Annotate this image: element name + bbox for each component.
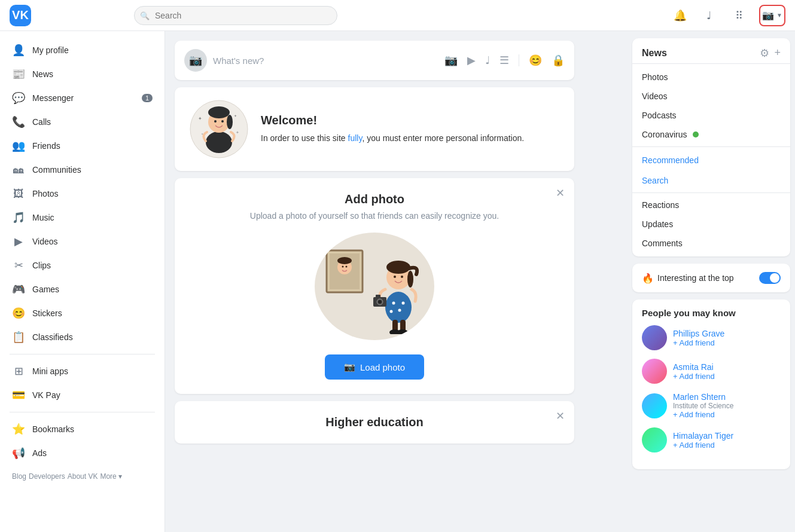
sidebar-item-vk-pay[interactable]: 💳 VK Pay — [0, 383, 165, 407]
sidebar-item-music[interactable]: 🎵 Music — [0, 206, 165, 230]
sidebar-item-bookmarks[interactable]: ⭐ Bookmarks — [0, 417, 165, 441]
bell-icon[interactable]: 🔔 — [671, 6, 690, 25]
news-item-photos[interactable]: Photos — [632, 68, 790, 87]
post-divider — [519, 54, 519, 66]
footer-blog-link[interactable]: Blog — [12, 472, 26, 481]
fire-icon: 🔥 — [642, 273, 654, 284]
sidebar-item-videos[interactable]: ▶ Videos — [0, 230, 165, 253]
higher-edu-close-button[interactable]: ✕ — [556, 409, 565, 423]
load-photo-camera-icon: 📷 — [344, 362, 355, 372]
person-name-1[interactable]: Phillips Grave — [673, 329, 781, 338]
news-item-recommended[interactable]: Recommended — [632, 149, 790, 170]
add-friend-4[interactable]: + Add friend — [673, 441, 781, 450]
music-icon[interactable]: ♩ — [699, 6, 718, 25]
sidebar-item-news[interactable]: 📰 News — [0, 62, 165, 86]
add-photo-close-button[interactable]: ✕ — [556, 186, 565, 200]
news-item-podcasts[interactable]: Podcasts — [632, 106, 790, 125]
person-name-4[interactable]: Himalayan Tiger — [673, 431, 781, 441]
person-item-2: Asmita Rai + Add friend — [642, 359, 781, 384]
news-item-updates[interactable]: Updates — [632, 215, 790, 234]
news-item-search[interactable]: Search — [632, 170, 790, 190]
post-music-icon[interactable]: ♩ — [485, 54, 490, 67]
post-emoji-icon[interactable]: 😊 — [529, 54, 542, 67]
camera-button[interactable]: 📷 ▼ — [759, 5, 785, 26]
footer-about-link[interactable]: About VK — [68, 472, 98, 481]
person-avatar-3 — [642, 393, 667, 418]
svg-point-25 — [390, 310, 393, 313]
svg-point-20 — [394, 276, 396, 278]
post-video-icon[interactable]: ▶ — [467, 54, 476, 67]
add-photo-card: ✕ Add photo Upload a photo of yourself s… — [175, 178, 574, 394]
stickers-icon: 😊 — [12, 307, 25, 320]
sidebar-item-mini-apps[interactable]: ⊞ Mini apps — [0, 359, 165, 383]
news-item-reactions[interactable]: Reactions — [632, 195, 790, 215]
svg-point-15 — [342, 266, 344, 268]
sidebar-item-messenger[interactable]: 💬 Messenger 1 — [0, 86, 165, 110]
svg-point-29 — [378, 300, 382, 304]
person-avatar-2 — [642, 359, 667, 384]
chevron-down-icon: ▼ — [776, 12, 782, 19]
search-container — [134, 6, 337, 25]
news-header-actions: ⚙ + — [760, 47, 781, 60]
svg-point-21 — [401, 276, 403, 278]
person-name-3[interactable]: Marlen Shtern — [673, 392, 781, 402]
welcome-card: ✦ ✦ ✦ ✦ Welcome! In order to use this si… — [175, 87, 574, 171]
person-name-2[interactable]: Asmita Rai — [673, 362, 781, 372]
messenger-badge: 1 — [142, 94, 153, 102]
post-placeholder[interactable]: What's new? — [213, 56, 438, 66]
sidebar-item-ads[interactable]: 📢 Ads — [0, 441, 165, 465]
news-icon: 📰 — [12, 68, 25, 81]
sidebar: 👤 My profile 📰 News 💬 Messenger 1 📞 Call… — [0, 31, 165, 532]
svg-point-6 — [221, 120, 224, 123]
clips-icon: ✂ — [12, 259, 25, 272]
sidebar-footer: Blog Developers About VK More ▾ — [0, 465, 165, 488]
svg-point-22 — [385, 292, 412, 323]
post-list-icon[interactable]: ☰ — [499, 54, 509, 67]
news-section-header: News ⚙ + — [632, 38, 790, 64]
header-icons: 🔔 ♩ ⠿ 📷 ▼ — [671, 5, 785, 26]
svg-point-3 — [208, 106, 230, 118]
sidebar-divider-2 — [10, 412, 155, 412]
search-input[interactable] — [134, 6, 337, 25]
svg-point-1 — [206, 132, 232, 153]
sidebar-item-my-profile[interactable]: 👤 My profile — [0, 38, 165, 62]
sidebar-item-clips[interactable]: ✂ Clips — [0, 253, 165, 277]
footer-developers-link[interactable]: Developers — [29, 472, 65, 481]
add-friend-2[interactable]: + Add friend — [673, 372, 781, 381]
post-lock-icon[interactable]: 🔒 — [552, 54, 565, 67]
post-photo-icon[interactable]: 📷 — [444, 54, 458, 67]
add-friend-1[interactable]: + Add friend — [673, 338, 781, 347]
bookmarks-icon: ⭐ — [12, 423, 25, 436]
person-info-1: Phillips Grave + Add friend — [673, 329, 781, 347]
sidebar-item-stickers[interactable]: 😊 Stickers — [0, 301, 165, 325]
higher-edu-title: Higher education — [189, 415, 560, 429]
add-friend-3[interactable]: + Add friend — [673, 410, 781, 419]
news-item-videos[interactable]: Videos — [632, 87, 790, 106]
sidebar-item-communities[interactable]: 🏘 Communities — [0, 158, 165, 182]
music-nav-icon: 🎵 — [12, 211, 25, 224]
svg-point-5 — [214, 120, 217, 123]
videos-icon: ▶ — [12, 235, 25, 248]
post-avatar: 📷 — [184, 49, 207, 72]
news-section: News ⚙ + Photos Videos Podcasts Coronavi… — [632, 38, 790, 256]
sidebar-item-games[interactable]: 🎮 Games — [0, 277, 165, 301]
news-add-icon[interactable]: + — [774, 47, 781, 60]
vk-logo[interactable]: VK — [10, 5, 31, 26]
apps-grid-icon[interactable]: ⠿ — [728, 5, 750, 26]
svg-point-16 — [346, 266, 348, 268]
messenger-icon: 💬 — [12, 91, 25, 105]
interesting-toggle[interactable] — [759, 272, 781, 284]
footer-more-link[interactable]: More ▾ — [100, 472, 122, 481]
welcome-link[interactable]: fully — [348, 133, 363, 143]
mini-apps-icon: ⊞ — [12, 365, 25, 378]
news-item-coronavirus[interactable]: Coronavirus — [632, 125, 790, 144]
sidebar-item-calls[interactable]: 📞 Calls — [0, 110, 165, 134]
load-photo-button[interactable]: 📷 Load photo — [325, 354, 424, 380]
news-filter-icon[interactable]: ⚙ — [760, 47, 769, 60]
sidebar-item-photos[interactable]: 🖼 Photos — [0, 182, 165, 206]
news-item-comments[interactable]: Comments — [632, 234, 790, 253]
right-panel: News ⚙ + Photos Videos Podcasts Coronavi… — [628, 31, 795, 532]
sidebar-divider-1 — [10, 354, 155, 354]
sidebar-item-classifieds[interactable]: 📋 Classifieds — [0, 325, 165, 349]
sidebar-item-friends[interactable]: 👥 Friends — [0, 134, 165, 158]
